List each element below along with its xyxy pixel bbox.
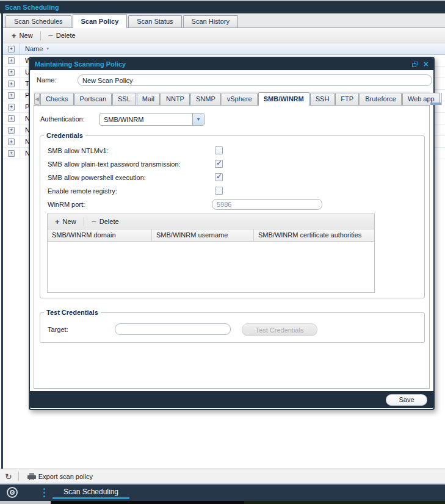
plaintext-password-label: SMB allow plain-text password transmissi…	[48, 160, 181, 168]
expander-icon: +	[8, 46, 15, 52]
status-bar: ↻ Export scan policy	[0, 469, 445, 483]
bullseye-logo-icon[interactable]	[7, 487, 18, 498]
dialog-tab-bruteforce[interactable]: Bruteforce	[360, 93, 402, 105]
arrow-left-icon: ◀	[35, 96, 39, 102]
row-expander-cell[interactable]: +	[3, 67, 20, 77]
main-toolbar: + New − Delete	[3, 28, 445, 43]
tab-scan-policy[interactable]: Scan Policy	[73, 14, 128, 28]
column-username[interactable]: SMB/WINRM username	[152, 229, 254, 241]
dialog-tab-ssl[interactable]: SSL	[112, 93, 136, 105]
tab-scan-schedules[interactable]: Scan Schedules	[5, 15, 71, 27]
authentication-row: Authentication: SMB/WINRM ▼	[34, 113, 429, 126]
dialog-tab-checks[interactable]: Checks	[40, 93, 74, 105]
remote-registry-checkbox[interactable]	[215, 187, 223, 195]
authentication-label: Authentication:	[40, 115, 85, 123]
row-expander-cell[interactable]: +	[3, 148, 20, 159]
app-root: Scan Scheduling Scan Schedules Scan Poli…	[0, 0, 445, 504]
name-label: Name:	[37, 76, 56, 84]
row-expander-cell[interactable]: +	[3, 78, 20, 89]
delete-button[interactable]: − Delete	[45, 31, 79, 40]
new-button[interactable]: + New	[8, 31, 37, 40]
credentials-table-body[interactable]	[48, 242, 374, 292]
column-cert-authorities[interactable]: SMB/WINRM certificate authorities	[254, 229, 374, 241]
plus-icon: +	[55, 218, 60, 225]
row-expander-cell[interactable]: +	[3, 90, 20, 101]
expander-column-header[interactable]: +	[3, 43, 20, 54]
tab-overflow-area	[441, 93, 442, 105]
dialog-tab-ftp[interactable]: FTP	[335, 93, 359, 105]
winrm-port-input[interactable]	[212, 199, 322, 210]
target-input[interactable]	[115, 323, 231, 335]
restore-icon[interactable]	[412, 62, 418, 67]
name-header-label: Name	[25, 45, 43, 52]
winrm-port-label: WinRM port:	[48, 201, 85, 208]
refresh-icon[interactable]: ↻	[5, 472, 12, 481]
tab-scroll-left-button[interactable]: ◀	[34, 93, 40, 105]
column-domain[interactable]: SMB/WINRM domain	[48, 229, 152, 241]
name-field-row: Name:	[30, 74, 433, 87]
close-icon[interactable]: ×	[424, 60, 429, 68]
dialog-tab-smb-winrm[interactable]: SMB/WINRM	[258, 92, 309, 106]
smb-winrm-panel: Authentication: SMB/WINRM ▼ Credentials …	[34, 106, 430, 389]
minus-icon: −	[92, 218, 96, 225]
export-scan-policy-button[interactable]: Export scan policy	[38, 473, 93, 480]
row-expander-cell[interactable]: +	[3, 113, 20, 124]
test-credentials-button[interactable]: Test Credentials	[242, 323, 317, 336]
app-taskbar: Scan Scheduling	[0, 483, 445, 501]
expander-icon: +	[8, 139, 15, 145]
dialog-window-controls: ×	[412, 60, 429, 68]
plus-icon: +	[12, 32, 16, 39]
window-titlebar: Scan Scheduling	[0, 0, 445, 13]
dialog-footer: Save	[30, 391, 433, 408]
window-title: Scan Scheduling	[5, 4, 59, 11]
row-expander-cell[interactable]: +	[3, 55, 20, 66]
save-button[interactable]: Save	[386, 394, 427, 406]
dialog-tab-mail[interactable]: Mail	[137, 93, 160, 105]
policy-name-input[interactable]	[78, 74, 432, 86]
minus-icon: −	[48, 32, 53, 39]
expander-icon: +	[8, 69, 15, 76]
main-tab-bar: Scan Schedules Scan Policy Scan Status S…	[3, 13, 445, 28]
name-column-header[interactable]: Name ▼	[20, 45, 49, 52]
row-expander-cell[interactable]: +	[3, 101, 20, 112]
menu-dots-icon[interactable]	[43, 488, 45, 497]
credentials-delete-button[interactable]: − Delete	[88, 217, 123, 226]
credentials-legend: Credentials	[44, 132, 85, 139]
row-expander-cell[interactable]: +	[3, 124, 20, 135]
active-app-underline	[52, 497, 129, 499]
printer-icon[interactable]	[27, 473, 36, 480]
dialog-titlebar[interactable]: Maintaining Scanning Policy ×	[30, 58, 433, 70]
tab-scan-status[interactable]: Scan Status	[128, 15, 181, 27]
table-header-row: + Name ▼	[3, 43, 445, 55]
plaintext-password-row: SMB allow plain-text password transmissi…	[40, 159, 424, 171]
credentials-fieldset: Credentials SMB allow NTLMv1: SMB allow …	[40, 132, 425, 298]
tab-scan-history[interactable]: Scan History	[183, 15, 238, 27]
ntlmv1-checkbox[interactable]	[215, 146, 223, 154]
tab-scrollbar-thumb[interactable]	[430, 103, 441, 105]
dialog-tab-vsphere[interactable]: vSphere	[222, 93, 258, 105]
row-expander-cell[interactable]: +	[3, 136, 20, 147]
taskbar-app-label[interactable]: Scan Scheduling	[54, 488, 128, 496]
dialog-tab-snmp[interactable]: SNMP	[190, 93, 221, 105]
maintaining-scanning-policy-dialog: Maintaining Scanning Policy × Name: ◀ Ch…	[29, 57, 435, 410]
target-row: Target: Test Credentials	[40, 323, 424, 337]
expander-icon: +	[8, 57, 15, 64]
authentication-select[interactable]: SMB/WINRM ▼	[99, 113, 204, 126]
sort-desc-icon: ▼	[46, 47, 49, 51]
plaintext-password-checkbox[interactable]	[215, 160, 223, 168]
dialog-tab-ssh[interactable]: SSH	[310, 93, 335, 105]
toolbar-separator	[40, 31, 41, 40]
chevron-down-icon[interactable]: ▼	[192, 113, 204, 125]
delete-button-label: Delete	[56, 32, 76, 39]
credentials-new-button[interactable]: + New	[51, 217, 80, 226]
dialog-tab-portscan[interactable]: Portscan	[74, 93, 112, 105]
powershell-row: SMB allow powershell execution:	[40, 172, 424, 184]
powershell-checkbox[interactable]	[215, 173, 223, 181]
new-button-label: New	[20, 32, 33, 39]
expander-icon: +	[8, 81, 15, 87]
test-credentials-fieldset: Test Credentials Target: Test Credential…	[40, 309, 425, 343]
dialog-tab-nntp[interactable]: NNTP	[161, 93, 190, 105]
powershell-label: SMB allow powershell execution:	[48, 174, 146, 181]
credentials-new-label: New	[63, 218, 76, 225]
dialog-body: Name: ◀ Checks Portscan SSL Mail NNTP SN…	[30, 70, 433, 408]
